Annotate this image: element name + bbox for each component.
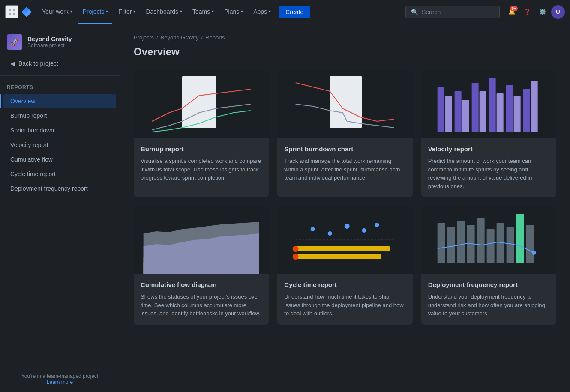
- svg-rect-10: [445, 96, 452, 132]
- nav-teams[interactable]: Teams ▾: [188, 0, 218, 24]
- report-card-cumulative[interactable]: Cumulative flow diagram Shows the status…: [134, 206, 269, 325]
- nav-dashboards[interactable]: Dashboards ▾: [141, 0, 186, 24]
- svg-rect-17: [506, 85, 513, 132]
- project-info: Beyond Gravity Software project: [27, 36, 72, 48]
- svg-rect-12: [462, 100, 469, 132]
- back-to-project[interactable]: ◀ Back to project: [3, 57, 116, 70]
- report-card-burnup[interactable]: Burnup report Visualise a sprint's compl…: [134, 70, 269, 197]
- svg-rect-15: [489, 78, 495, 132]
- sidebar-item-burnup[interactable]: Burnup report: [3, 109, 116, 123]
- caret-icon: ▾: [106, 9, 108, 14]
- sidebar-item-sprint-burndown[interactable]: Sprint burndown: [3, 123, 116, 137]
- top-navigation: Your work ▾ Projects ▾ Filter ▾ Dashboar…: [0, 0, 570, 24]
- deployment-title: Deployment frequency report: [428, 281, 549, 288]
- report-card-cycle-time[interactable]: Cycle time report Understand how much ti…: [277, 206, 412, 325]
- svg-point-37: [293, 254, 299, 260]
- breadcrumb: Projects / Beyond Gravity / Reports: [134, 34, 556, 41]
- sidebar-item-velocity[interactable]: Velocity report: [3, 138, 116, 152]
- deployment-desc: Understand your deployment frequency to …: [428, 293, 549, 318]
- breadcrumb-projects[interactable]: Projects: [134, 34, 154, 41]
- jira-logo[interactable]: [21, 6, 33, 18]
- project-icon: 🚀: [7, 34, 22, 50]
- svg-rect-11: [454, 91, 461, 132]
- notification-badge: 9+: [510, 6, 518, 12]
- nav-plans[interactable]: Plans ▾: [220, 0, 247, 24]
- sprint-burndown-card-body: Sprint burndown chart Track and manage t…: [277, 138, 412, 189]
- search-bar[interactable]: 🔍 Search: [405, 6, 500, 18]
- report-card-velocity[interactable]: Velocity report Predict the amount of wo…: [421, 70, 556, 197]
- svg-rect-5: [182, 76, 216, 128]
- caret-icon: ▾: [70, 9, 72, 14]
- nav-your-work[interactable]: Your work ▾: [38, 0, 77, 24]
- burnup-card-body: Burnup report Visualise a sprint's compl…: [134, 138, 269, 189]
- svg-point-36: [293, 246, 299, 252]
- cycle-time-card-body: Cycle time report Understand how much ti…: [277, 274, 412, 325]
- notifications-button[interactable]: 🔔 9+: [505, 5, 519, 19]
- caret-icon: ▾: [180, 9, 182, 14]
- burnup-title: Burnup report: [141, 145, 262, 153]
- user-avatar[interactable]: U: [551, 5, 565, 19]
- cumulative-title: Cumulative flow diagram: [141, 281, 262, 288]
- svg-rect-14: [479, 91, 486, 132]
- svg-rect-40: [447, 227, 455, 263]
- cycle-time-desc: Understand how much time it takes to shi…: [284, 293, 405, 318]
- velocity-card-body: Velocity report Predict the amount of wo…: [421, 138, 556, 197]
- svg-point-30: [328, 231, 332, 236]
- main-content: Projects / Beyond Gravity / Reports Over…: [120, 24, 570, 392]
- sprint-burndown-desc: Track and manage the total work remainin…: [284, 157, 405, 182]
- project-name: Beyond Gravity: [27, 36, 72, 42]
- sprint-burndown-chart-image: [277, 70, 412, 138]
- velocity-desc: Predict the amount of work your team can…: [428, 157, 549, 190]
- project-header: 🚀 Beyond Gravity Software project: [0, 31, 120, 57]
- deployment-chart-image: [421, 206, 556, 274]
- svg-rect-3: [13, 13, 15, 15]
- learn-more-link[interactable]: Learn more: [47, 379, 73, 385]
- nav-projects[interactable]: Projects ▾: [78, 0, 113, 24]
- settings-button[interactable]: ⚙️: [536, 5, 549, 19]
- create-button[interactable]: Create: [279, 6, 310, 18]
- caret-icon: ▾: [269, 9, 271, 14]
- nav-action-icons: 🔔 9+ ❓ ⚙️ U: [505, 5, 565, 19]
- svg-point-29: [311, 227, 315, 231]
- svg-point-33: [375, 223, 379, 227]
- sidebar-item-cumulative-flow[interactable]: Cumulative flow: [3, 153, 116, 166]
- svg-rect-1: [13, 9, 15, 11]
- svg-rect-2: [9, 13, 11, 15]
- sidebar-item-deployment[interactable]: Deployment frequency report: [3, 182, 116, 195]
- burnup-desc: Visualise a sprint's completed work and …: [141, 157, 262, 182]
- cycle-time-title: Cycle time report: [284, 281, 405, 288]
- deployment-card-body: Deployment frequency report Understand y…: [421, 274, 556, 325]
- svg-rect-35: [296, 254, 381, 259]
- svg-rect-0: [9, 9, 11, 11]
- search-icon: 🔍: [411, 9, 418, 15]
- svg-rect-19: [523, 89, 530, 132]
- sidebar-footer: You're in a team-managed project Learn m…: [0, 366, 120, 392]
- help-button[interactable]: ❓: [520, 5, 534, 19]
- svg-rect-48: [526, 225, 534, 263]
- caret-icon: ▾: [212, 9, 214, 14]
- svg-rect-20: [531, 81, 537, 132]
- sidebar-item-cycle-time[interactable]: Cycle time report: [3, 167, 116, 181]
- svg-point-31: [345, 224, 350, 229]
- sidebar-divider: [0, 75, 120, 76]
- app-body: 🚀 Beyond Gravity Software project ◀ Back…: [0, 24, 570, 392]
- sidebar-item-overview[interactable]: Overview: [3, 94, 116, 108]
- report-card-deployment[interactable]: Deployment frequency report Understand y…: [421, 206, 556, 325]
- nav-apps[interactable]: Apps ▾: [249, 0, 275, 24]
- cycle-time-chart-image: [277, 206, 412, 274]
- svg-rect-43: [477, 218, 484, 263]
- apps-grid-button[interactable]: [5, 5, 19, 19]
- sidebar: 🚀 Beyond Gravity Software project ◀ Back…: [0, 24, 120, 392]
- nav-filter[interactable]: Filter ▾: [114, 0, 140, 24]
- velocity-title: Velocity report: [428, 145, 549, 153]
- sprint-burndown-title: Sprint burndown chart: [284, 145, 405, 153]
- breadcrumb-beyond-gravity[interactable]: Beyond Gravity: [161, 34, 199, 41]
- cumulative-chart-image: [134, 206, 269, 274]
- burnup-chart-image: [134, 70, 269, 138]
- cumulative-card-body: Cumulative flow diagram Shows the status…: [134, 274, 269, 325]
- svg-rect-34: [296, 246, 390, 251]
- back-icon: ◀: [10, 60, 15, 67]
- caret-icon: ▾: [241, 9, 243, 14]
- report-card-sprint-burndown[interactable]: Sprint burndown chart Track and manage t…: [277, 70, 412, 197]
- project-type: Software project: [27, 42, 72, 48]
